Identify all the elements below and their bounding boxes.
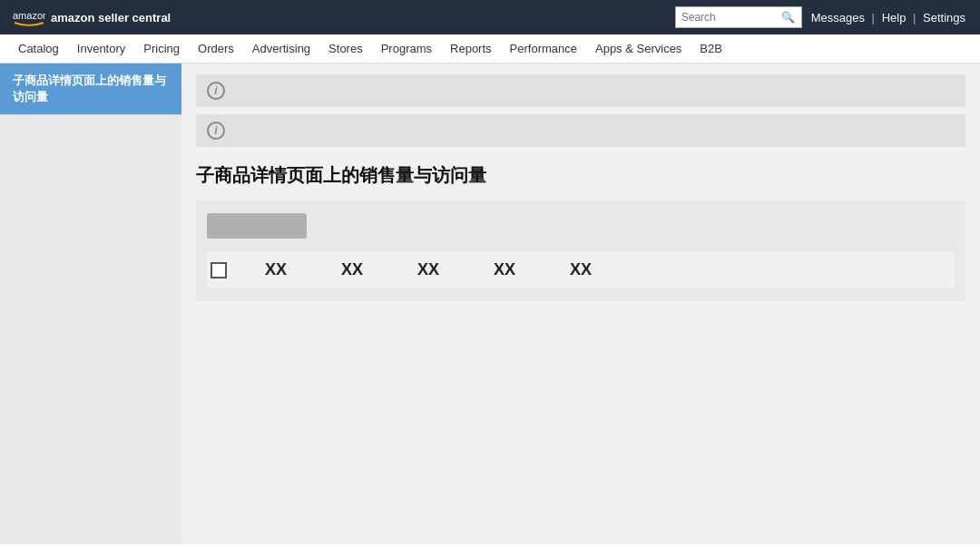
settings-link[interactable]: Settings xyxy=(923,11,965,24)
cell-2: XX xyxy=(325,260,379,279)
info-icon-1: i xyxy=(207,82,225,100)
nav-reports[interactable]: Reports xyxy=(441,36,501,61)
nav-programs[interactable]: Programs xyxy=(372,36,441,61)
nav-stores[interactable]: Stores xyxy=(319,36,372,61)
nav-pricing[interactable]: Pricing xyxy=(134,36,189,61)
info-banner-2: i xyxy=(196,114,965,147)
logo-area: amazon amazon seller central xyxy=(13,6,171,28)
info-icon-2: i xyxy=(207,122,225,140)
nav-inventory[interactable]: Inventory xyxy=(68,36,134,61)
search-box[interactable]: 🔍 xyxy=(675,6,802,28)
top-links: Messages | Help | Settings xyxy=(809,11,967,24)
main-layout: 子商品详情页面上的销售量与访问量 i i 子商品详情页面上的销售量与访问量 XX… xyxy=(0,63,980,544)
help-link[interactable]: Help xyxy=(882,11,906,24)
search-input[interactable] xyxy=(681,11,781,24)
sidebar-item-active[interactable]: 子商品详情页面上的销售量与访问量 xyxy=(0,63,181,115)
table-container: XX XX XX XX XX xyxy=(196,200,965,301)
row-checkbox[interactable] xyxy=(211,262,227,278)
nav-b2b[interactable]: B2B xyxy=(691,36,731,61)
top-right-area: 🔍 Messages | Help | Settings xyxy=(675,6,967,28)
table-row: XX XX XX XX XX xyxy=(207,251,955,288)
search-button[interactable]: 🔍 xyxy=(781,11,795,24)
top-bar: amazon amazon seller central 🔍 Messages … xyxy=(0,0,980,34)
amazon-logo-icon: amazon xyxy=(13,6,45,28)
info-banner-1: i xyxy=(196,74,965,107)
page-title: 子商品详情页面上的销售量与访问量 xyxy=(196,163,965,188)
nav-advertising[interactable]: Advertising xyxy=(243,36,319,61)
cell-1: XX xyxy=(249,260,303,279)
filter-button[interactable] xyxy=(207,213,307,239)
nav-bar: Catalog Inventory Pricing Orders Adverti… xyxy=(0,34,980,63)
cell-3: XX xyxy=(401,260,456,279)
nav-performance[interactable]: Performance xyxy=(501,36,586,61)
nav-catalog[interactable]: Catalog xyxy=(9,36,68,61)
seller-central-label: amazon seller central xyxy=(51,11,171,24)
filter-bar xyxy=(207,213,955,239)
sidebar: 子商品详情页面上的销售量与访问量 xyxy=(0,63,181,544)
content-area: i i 子商品详情页面上的销售量与访问量 XX XX XX XX XX xyxy=(181,63,980,544)
messages-link[interactable]: Messages xyxy=(811,11,865,24)
nav-orders[interactable]: Orders xyxy=(189,36,243,61)
nav-apps-services[interactable]: Apps & Services xyxy=(586,36,691,61)
cell-4: XX xyxy=(477,260,532,279)
svg-text:amazon: amazon xyxy=(13,10,45,21)
cell-5: XX xyxy=(554,260,608,279)
